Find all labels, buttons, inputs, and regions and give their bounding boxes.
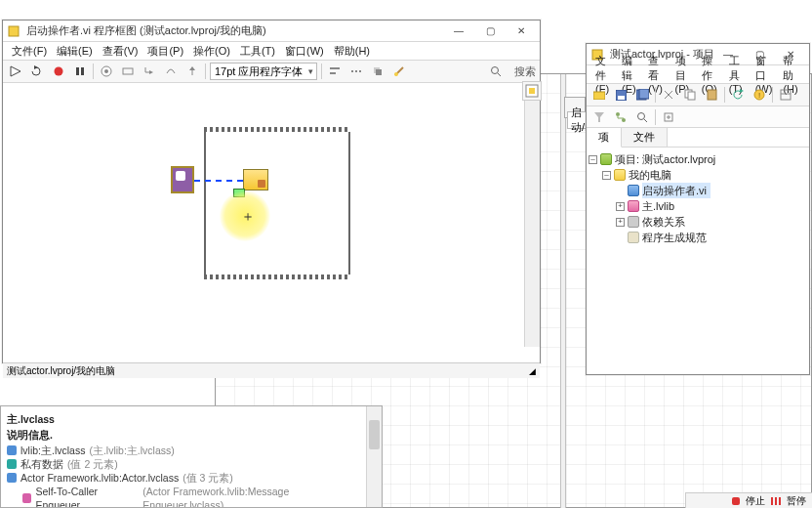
tree-project-root[interactable]: – 项目: 测试actor.lvproj [589,151,807,167]
help-content[interactable]: 主.lvclass 说明信息. lvlib:主.lvclass (主.lvlib… [1,406,366,507]
svg-text:!: ! [758,91,760,100]
tab-files[interactable]: 文件 [622,128,668,147]
paste-button[interactable] [703,86,720,104]
window-title: 启动操作者.vi 程序框图 (测试actor.lvproj/我的电脑) [26,23,444,38]
svg-point-39 [622,118,626,122]
menu-file[interactable]: 文件(F) [7,44,52,59]
help-class-heading: 主.lvclass [7,412,360,426]
launch-actor-node[interactable] [243,169,268,190]
tree-label: 项目: 测试actor.lvproj [615,151,715,167]
save-button[interactable] [612,86,629,104]
svg-marker-10 [189,66,195,70]
menu-operate[interactable]: 操作(O) [188,44,235,59]
tree-label: 主.lvlib [642,198,674,214]
menu-window[interactable]: 窗口(W) [280,44,329,59]
minimize-button[interactable]: — [444,22,473,40]
properties-button[interactable] [777,86,794,104]
tree-dependencies[interactable]: + 依赖关系 [589,214,807,230]
open-button[interactable] [590,86,608,104]
toolbar: 17pt 应用程序字体 搜索 [3,60,540,83]
diagram-canvas[interactable]: ＋ [3,83,524,362]
run-continuously-button[interactable] [28,63,46,80]
help-row[interactable]: lvlib:主.lvclass (主.lvlib:主.lvclass) [7,444,360,457]
svg-point-38 [616,112,620,116]
titlebar[interactable]: 启动操作者.vi 程序框图 (测试actor.lvproj/我的电脑) — ▢ … [3,21,540,42]
cut-button[interactable] [660,86,677,104]
scroll-thumb[interactable] [369,420,380,449]
svg-point-18 [394,72,398,76]
step-over-button[interactable] [162,63,180,80]
tree-my-computer[interactable]: – 我的电脑 [589,167,807,183]
expander-icon[interactable]: + [616,202,625,211]
connector-pane-icon[interactable] [522,81,542,101]
find-button[interactable] [633,108,651,126]
tree-build-spec[interactable]: 程序生成规范 [589,230,807,245]
class-wire[interactable] [194,180,243,182]
separator [655,87,656,103]
step-out-button[interactable] [183,63,201,80]
run-button[interactable] [7,63,24,80]
copy-button[interactable] [681,86,699,104]
vertical-scrollbar[interactable] [366,406,382,507]
tab-items[interactable]: 项 [587,128,622,148]
menu-view[interactable]: 查看(V) [98,44,143,59]
vertical-scrollbar[interactable] [524,83,540,347]
filter-button[interactable] [590,108,608,126]
svg-rect-26 [618,96,625,100]
menu-edit[interactable]: 编辑(E) [52,44,98,59]
stop-icon[interactable] [732,497,740,505]
expander-icon[interactable]: – [602,171,611,180]
help-description-heading: 说明信息. [7,428,360,442]
project-tree[interactable]: – 项目: 测试actor.lvproj – 我的电脑 启动操作者.vi + 主… [587,148,809,249]
help-label: 私有数据 [20,457,63,471]
expander-icon[interactable]: – [589,155,597,164]
menu-help[interactable]: 帮助(H) [329,44,375,59]
vi-icon [628,185,639,196]
save-all-button[interactable] [633,86,651,104]
resize-grip-icon[interactable]: ◢ [529,366,536,376]
diagram-body: ＋ [3,83,540,362]
search-icon[interactable] [487,63,505,80]
help-row[interactable]: 私有数据 (值 2 元素) [7,457,360,471]
help-row[interactable]: Self-To-Caller Enqueuer (Actor Framework… [7,485,360,507]
svg-rect-13 [351,70,353,72]
menu-tools[interactable]: 工具(T) [235,44,280,59]
maximize-button[interactable]: ▢ [475,22,505,40]
expander-icon[interactable]: + [616,218,625,227]
resolve-conflicts-button[interactable]: ! [751,86,768,104]
expand-all-button[interactable] [660,108,677,126]
close-button[interactable]: ✕ [507,22,536,40]
svg-rect-14 [355,70,357,72]
cleanup-button[interactable] [390,63,408,80]
block-diagram-window: 启动操作者.vi 程序框图 (测试actor.lvproj/我的电脑) — ▢ … [2,20,541,363]
tree-main-lib[interactable]: + 主.lvlib [589,198,807,214]
actor-class-constant[interactable] [171,166,194,193]
reorder-button[interactable] [369,63,386,80]
align-button[interactable] [326,63,344,80]
highlight-exec-button[interactable] [98,63,115,80]
toolbar-row2 [587,106,809,128]
background-splitter[interactable] [560,74,566,508]
refresh-button[interactable] [729,86,747,104]
abort-button[interactable] [50,63,67,80]
pause-label: 暂停 [787,494,806,508]
library-icon [628,200,639,212]
tree-label: 启动操作者.vi [642,183,710,198]
tree-label: 依赖关系 [642,214,685,230]
svg-marker-2 [34,65,38,69]
pause-button[interactable] [71,63,89,80]
source-control-button[interactable] [612,108,629,126]
svg-line-20 [498,73,501,76]
retain-values-button[interactable] [119,63,137,80]
svg-rect-17 [376,69,382,75]
step-into-button[interactable] [141,63,158,80]
footer-status: 停止 暂停 [685,492,812,508]
font-selector[interactable]: 17pt 应用程序字体 [210,63,317,80]
menu-project[interactable]: 项目(P) [142,44,188,59]
tree-launch-actor-vi[interactable]: 启动操作者.vi [589,183,807,198]
pause-icon[interactable] [771,497,781,505]
separator [724,87,725,103]
help-row[interactable]: Actor Framework.lvlib:Actor.lvclass (值 3… [7,471,360,485]
distribute-button[interactable] [347,63,365,80]
tree-label: 我的电脑 [629,167,671,183]
